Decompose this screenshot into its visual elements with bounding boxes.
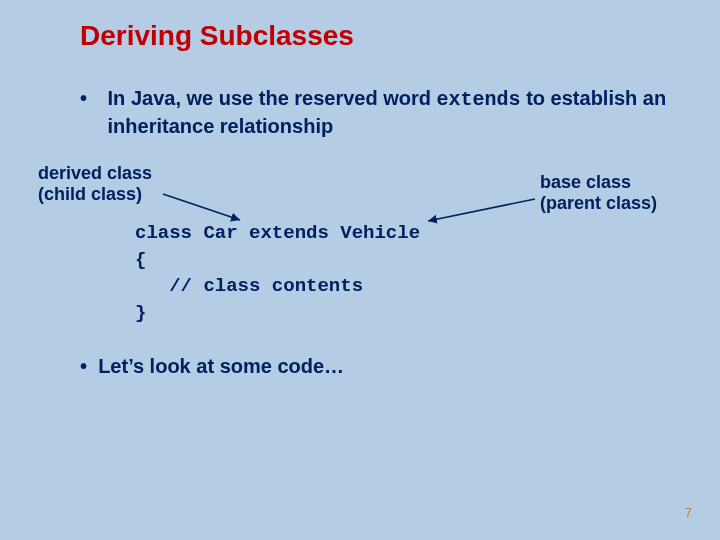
code-block: class Car extends Vehicle { // class con… <box>135 220 420 326</box>
bullet-item-2: • Let’s look at some code… <box>80 355 344 378</box>
slide-title: Deriving Subclasses <box>80 20 354 52</box>
bullet-dot-icon: • <box>80 355 98 377</box>
label-base-class: base class (parent class) <box>540 172 657 213</box>
page-number: 7 <box>685 505 692 520</box>
label-base-line1: base class <box>540 172 631 192</box>
bullet-1-prefix: In Java, we use the reserved word <box>108 87 437 109</box>
bullet-item-1: • In Java, we use the reserved word exte… <box>80 85 680 139</box>
bullet-dot-icon: • <box>80 85 102 111</box>
bullet-2-text: Let’s look at some code… <box>98 355 344 377</box>
code-line-4: } <box>135 302 146 324</box>
svg-line-1 <box>428 199 535 221</box>
code-line-1: class Car extends Vehicle <box>135 222 420 244</box>
bullet-1-text: In Java, we use the reserved word extend… <box>108 85 668 139</box>
arrow-right-icon <box>420 195 550 235</box>
code-line-3: // class contents <box>135 275 363 297</box>
label-derived-line2: (child class) <box>38 184 142 204</box>
keyword-extends: extends <box>437 88 521 111</box>
label-derived-line1: derived class <box>38 163 152 183</box>
code-line-2: { <box>135 249 146 271</box>
svg-line-0 <box>163 194 240 220</box>
label-base-line2: (parent class) <box>540 193 657 213</box>
label-derived-class: derived class (child class) <box>38 163 152 204</box>
